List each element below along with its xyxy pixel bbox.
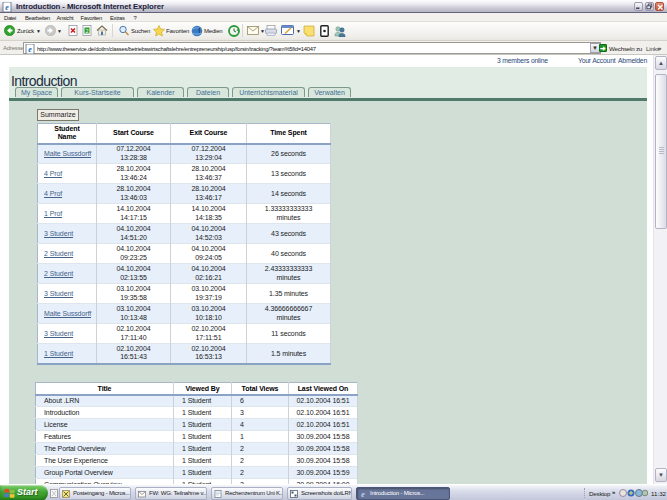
svg-text:2: 2 [85, 28, 88, 34]
svg-text:e: e [28, 45, 32, 54]
svg-text:e: e [361, 490, 365, 498]
svg-text:e: e [5, 3, 9, 12]
